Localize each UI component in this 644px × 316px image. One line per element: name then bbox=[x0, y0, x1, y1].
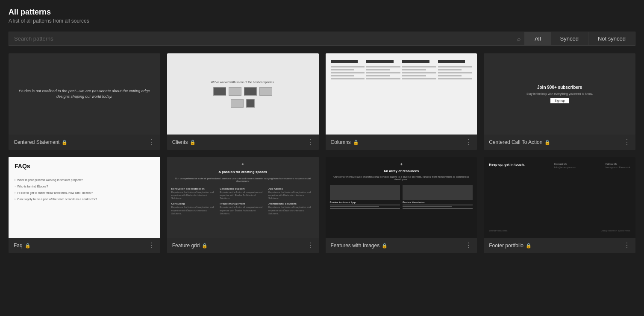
fi-heading: An array of resources bbox=[330, 169, 473, 173]
cta-heading: Join 900+ subscribers bbox=[537, 85, 582, 90]
pattern-card-faq[interactable]: FAQs › What is your process working in s… bbox=[9, 157, 160, 253]
card-name-clients: Clients 🔒 bbox=[172, 139, 196, 145]
fg-cell-6: Architectural Solutions Experience the f… bbox=[268, 202, 315, 215]
col-2 bbox=[366, 60, 400, 128]
card-name-columns: Columns 🔒 bbox=[331, 139, 359, 145]
card-name-features-images: Features with Images 🔒 bbox=[331, 243, 388, 249]
faq-item-2: › Who is behind Études? bbox=[15, 184, 154, 188]
search-input[interactable] bbox=[9, 32, 525, 46]
card-name-centered-statement: Centered Statement 🔒 bbox=[14, 139, 68, 145]
star-icon: ✦ bbox=[171, 162, 315, 167]
card-preview-footer-portfolio: Keep up, get in touch. Contact Me Info@e… bbox=[484, 157, 635, 238]
clients-logos bbox=[213, 87, 272, 96]
col-3 bbox=[402, 60, 436, 128]
lock-icon: 🔒 bbox=[190, 140, 196, 145]
more-options-icon[interactable]: ⋮ bbox=[623, 139, 630, 146]
more-options-icon[interactable]: ⋮ bbox=[148, 242, 155, 249]
logo-4 bbox=[259, 87, 272, 96]
tab-not-synced[interactable]: Not synced bbox=[588, 32, 635, 45]
pattern-card-centered-statement[interactable]: Études is not confined to the past—we ar… bbox=[9, 53, 160, 150]
card-preview-columns bbox=[326, 53, 477, 135]
logo-6 bbox=[246, 99, 255, 108]
lock-icon: 🔒 bbox=[25, 243, 31, 249]
fg-cell-1: Renovation and restoration Experience th… bbox=[171, 187, 218, 200]
col-4 bbox=[438, 60, 472, 128]
star-icon-2: ✦ bbox=[330, 162, 473, 167]
footer-top: Keep up, get in touch. Contact Me Info@e… bbox=[489, 163, 630, 169]
lock-icon: 🔒 bbox=[382, 243, 388, 249]
more-options-icon[interactable]: ⋮ bbox=[307, 242, 314, 249]
footer-heading: Keep up, get in touch. bbox=[489, 163, 525, 167]
search-wrap: ⌕ bbox=[9, 32, 525, 46]
card-preview-centered-statement: Études is not confined to the past—we ar… bbox=[9, 53, 160, 135]
fg-heading: A passion for creating spaces bbox=[171, 170, 315, 174]
cta-subtext: Stay in the loop with everything you nee… bbox=[526, 92, 593, 95]
fg-subtext: Our comprehensive suite of professional … bbox=[171, 177, 315, 182]
col-1 bbox=[331, 60, 365, 128]
fg-cell-5: Project Management Experience the fusion… bbox=[220, 202, 266, 215]
fi-col-2: Études Newsletter bbox=[403, 185, 473, 209]
fi-content: Études Architect App Études Newsletter bbox=[330, 185, 473, 209]
tab-synced[interactable]: Synced bbox=[551, 32, 588, 45]
faq-item-1: › What is your process working in smalle… bbox=[15, 178, 154, 182]
centered-statement-text: Études is not confined to the past—we ar… bbox=[17, 88, 152, 100]
pattern-card-footer-portfolio[interactable]: Keep up, get in touch. Contact Me Info@e… bbox=[484, 157, 635, 253]
more-options-icon[interactable]: ⋮ bbox=[465, 242, 472, 249]
card-preview-cta: Join 900+ subscribers Stay in the loop w… bbox=[484, 53, 635, 135]
card-footer-features-images: Features with Images 🔒 ⋮ bbox=[326, 238, 477, 253]
card-name-cta: Centered Call To Action 🔒 bbox=[489, 139, 550, 145]
card-footer-feature-grid: Feature grid 🔒 ⋮ bbox=[167, 238, 319, 253]
patterns-grid-area: Études is not confined to the past—we ar… bbox=[0, 49, 644, 310]
pattern-card-feature-grid[interactable]: ✦ A passion for creating spaces Our comp… bbox=[167, 157, 319, 253]
page-header: All patterns A list of all patterns from… bbox=[0, 0, 644, 28]
fi-subtext: Our comprehensive suite of professional … bbox=[330, 176, 473, 181]
card-footer-clients: Clients 🔒 ⋮ bbox=[167, 135, 319, 150]
card-footer-columns: Columns 🔒 ⋮ bbox=[326, 135, 477, 150]
footer-bottom: WordPress links Designed with WordPress bbox=[489, 229, 630, 232]
logo-2 bbox=[229, 87, 241, 96]
card-name-faq: Faq 🔒 bbox=[14, 243, 31, 249]
tab-all[interactable]: All bbox=[525, 32, 550, 45]
fg-grid: Renovation and restoration Experience th… bbox=[171, 187, 315, 215]
card-footer-centered-statement: Centered Statement 🔒 ⋮ bbox=[9, 135, 160, 150]
logo-1 bbox=[213, 87, 226, 96]
pattern-card-columns[interactable]: Columns 🔒 ⋮ bbox=[326, 53, 477, 150]
page-title: All patterns bbox=[9, 8, 635, 17]
pattern-card-features-images[interactable]: ✦ An array of resources Our comprehensiv… bbox=[326, 157, 477, 253]
cta-button[interactable]: Sign up bbox=[550, 98, 569, 103]
faq-title: FAQs bbox=[15, 163, 154, 170]
card-name-footer-portfolio: Footer portfolio 🔒 bbox=[489, 243, 532, 249]
fi-img-1 bbox=[330, 185, 400, 200]
faq-item-3: › I'd like to get to meet fellow archite… bbox=[15, 191, 154, 195]
faq-item-4: › Can I apply to be a part of the team o… bbox=[15, 197, 154, 201]
fi-col-1: Études Architect App bbox=[330, 185, 400, 209]
lock-icon: 🔒 bbox=[526, 243, 532, 249]
fg-cell-2: Continuous Support Experience the fusion… bbox=[220, 187, 266, 200]
card-name-feature-grid: Feature grid 🔒 bbox=[172, 243, 208, 249]
more-options-icon[interactable]: ⋮ bbox=[148, 139, 155, 146]
card-preview-feature-grid: ✦ A passion for creating spaces Our comp… bbox=[167, 157, 319, 238]
logo-5 bbox=[231, 99, 244, 108]
more-options-icon[interactable]: ⋮ bbox=[465, 139, 472, 146]
lock-icon: 🔒 bbox=[202, 243, 208, 249]
fg-cell-3: App Access Experience the fusion of imag… bbox=[268, 187, 315, 200]
card-preview-features-images: ✦ An array of resources Our comprehensiv… bbox=[326, 157, 477, 238]
filter-tabs: All Synced Not synced bbox=[525, 32, 635, 46]
card-footer-footer-portfolio: Footer portfolio 🔒 ⋮ bbox=[484, 238, 635, 253]
pattern-card-cta[interactable]: Join 900+ subscribers Stay in the loop w… bbox=[484, 53, 635, 150]
lock-icon: 🔒 bbox=[544, 140, 550, 145]
card-preview-faq: FAQs › What is your process working in s… bbox=[9, 157, 160, 238]
toolbar: ⌕ All Synced Not synced bbox=[0, 28, 644, 49]
card-footer-faq: Faq 🔒 ⋮ bbox=[9, 238, 160, 253]
lock-icon: 🔒 bbox=[353, 140, 359, 145]
footer-col-follow: Follow Me Instagram / Facebook bbox=[606, 163, 630, 169]
lock-icon: 🔒 bbox=[62, 140, 68, 145]
more-options-icon[interactable]: ⋮ bbox=[623, 242, 630, 249]
more-options-icon[interactable]: ⋮ bbox=[307, 139, 314, 146]
fg-cell-4: Consulting Experience the fusion of imag… bbox=[171, 202, 218, 215]
clients-heading: We've worked with some of the best compa… bbox=[211, 81, 274, 84]
patterns-grid: Études is not confined to the past—we ar… bbox=[9, 53, 635, 253]
pattern-card-clients[interactable]: We've worked with some of the best compa… bbox=[167, 53, 319, 150]
page-subtitle: A list of all patterns from all sources bbox=[9, 18, 635, 24]
card-footer-cta: Centered Call To Action 🔒 ⋮ bbox=[484, 135, 635, 150]
